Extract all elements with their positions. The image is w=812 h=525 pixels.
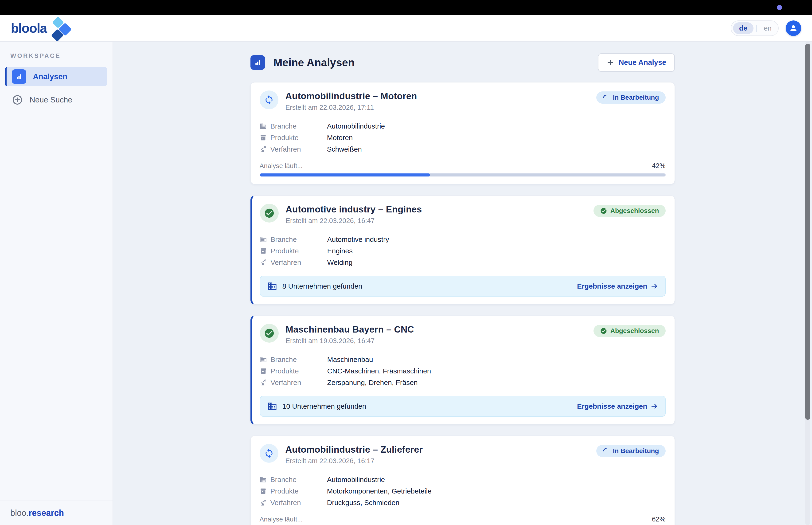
scrollbar-thumb[interactable] [805, 44, 810, 420]
robot-arm-icon [260, 259, 267, 266]
bloola-logo[interactable]: bloola [11, 16, 71, 40]
check-circle-icon [600, 207, 607, 214]
language-toggle: de | en [731, 20, 779, 36]
logo-text: bloola [11, 20, 47, 36]
show-results-label: Ergebnisse anzeigen [577, 282, 647, 290]
recording-indicator-dot [777, 5, 782, 10]
brand-prefix: bloo. [10, 508, 29, 518]
detail-row-verfahren: Verfahren Welding [260, 257, 665, 268]
logo-diamonds-icon [48, 17, 71, 40]
language-divider: | [755, 24, 757, 32]
progress-bar-track [260, 174, 665, 177]
analyses-page-icon [250, 55, 265, 70]
robot-arm-icon [260, 499, 267, 506]
page-title: Meine Analysen [274, 56, 355, 69]
detail-label-text: Produkte [271, 487, 298, 495]
analysis-details: Branche Automotive industry Produkte Eng… [260, 234, 665, 268]
package-icon [260, 368, 267, 375]
status-icon-circle [260, 324, 279, 343]
analysis-card: Maschinenbau Bayern – CNC Erstellt am 19… [250, 316, 675, 424]
detail-label-text: Verfahren [271, 258, 301, 267]
check-circle-icon [264, 328, 275, 339]
user-avatar-button[interactable] [786, 20, 801, 36]
analysis-card: Automobilindustrie – Zulieferer Erstellt… [250, 436, 675, 525]
building-icon [267, 281, 277, 291]
plus-icon [607, 59, 614, 66]
building-icon [260, 236, 267, 243]
analysis-title: Automobilindustrie – Zulieferer [286, 445, 423, 455]
detail-row-verfahren: Verfahren Druckguss, Schmieden [260, 497, 665, 508]
results-summary-bar: 10 Unternehmen gefunden Ergebnisse anzei… [260, 396, 665, 417]
detail-row-produkte: Produkte Motoren [260, 132, 665, 144]
status-badge-label: Abgeschlossen [610, 327, 659, 335]
analysis-list: Automobilindustrie – Motoren Erstellt am… [250, 82, 675, 525]
results-count-text: 10 Unternehmen gefunden [282, 402, 366, 410]
arrow-right-icon [650, 403, 658, 410]
show-results-link[interactable]: Ergebnisse anzeigen [577, 282, 658, 290]
new-analysis-label: Neue Analyse [619, 58, 666, 67]
progress-block: Analyse läuft... 42% [260, 162, 665, 177]
status-badge-label: Abgeschlossen [610, 207, 659, 214]
detail-label-text: Produkte [271, 134, 298, 142]
detail-row-verfahren: Verfahren Zerspanung, Drehen, Fräsen [260, 377, 665, 388]
scrollbar-track[interactable] [805, 42, 810, 525]
status-badge: Abgeschlossen [594, 205, 665, 217]
new-analysis-button[interactable]: Neue Analyse [598, 53, 675, 72]
spinner-icon [603, 448, 610, 454]
check-circle-icon [600, 327, 607, 334]
detail-row-produkte: Produkte Motorkomponenten, Getriebeteile [260, 485, 665, 497]
show-results-label: Ergebnisse anzeigen [577, 402, 647, 410]
detail-row-branche: Branche Maschinenbau [260, 354, 665, 365]
workspace-section-label: WORKSPACE [10, 52, 112, 59]
detail-value-verfahren: Schweißen [327, 145, 362, 153]
detail-row-branche: Branche Automobilindustrie [260, 474, 665, 485]
progress-block: Analyse läuft... 62% [260, 515, 665, 525]
detail-value-branche: Automobilindustrie [327, 122, 385, 130]
building-icon [260, 123, 267, 130]
sidebar-item-neue-suche[interactable]: Neue Suche [5, 92, 107, 107]
detail-label-text: Verfahren [271, 499, 301, 507]
analysis-created-at: Erstellt am 22.03.2026, 16:17 [286, 457, 423, 465]
plus-circle-icon [12, 94, 23, 106]
analysis-details: Branche Automobilindustrie Produkte Moto… [260, 474, 665, 508]
progress-percent: 62% [652, 515, 665, 523]
spinner-icon [603, 94, 610, 101]
bar-chart-icon [254, 58, 262, 67]
results-count-text: 8 Unternehmen gefunden [282, 282, 362, 290]
sidebar-item-label: Analysen [33, 72, 67, 81]
analysis-details: Branche Automobilindustrie Produkte Moto… [260, 120, 665, 155]
show-results-link[interactable]: Ergebnisse anzeigen [577, 402, 658, 410]
detail-value-verfahren: Zerspanung, Drehen, Fräsen [327, 379, 418, 387]
detail-value-produkte: Motorkomponenten, Getriebeteile [327, 487, 432, 495]
language-option-en[interactable]: en [759, 24, 776, 32]
language-option-de[interactable]: de [733, 22, 753, 34]
detail-label-text: Branche [271, 122, 297, 130]
person-icon [789, 24, 798, 33]
bar-chart-icon [12, 69, 26, 84]
status-badge: In Bearbeitung [596, 91, 665, 104]
robot-arm-icon [260, 379, 267, 386]
results-summary-bar: 8 Unternehmen gefunden Ergebnisse anzeig… [260, 276, 665, 297]
status-icon-circle [260, 444, 278, 463]
detail-row-verfahren: Verfahren Schweißen [260, 144, 665, 155]
building-icon [267, 401, 277, 411]
detail-value-verfahren: Welding [327, 258, 353, 267]
analysis-title: Automotive industry – Engines [286, 204, 422, 214]
analysis-details: Branche Maschinenbau Produkte CNC-Maschi… [260, 354, 665, 388]
detail-label-text: Branche [271, 356, 297, 363]
sidebar-footer-brand: bloo.research [0, 500, 112, 525]
detail-value-produkte: Engines [327, 247, 353, 255]
detail-row-produkte: Produkte Engines [260, 245, 665, 257]
detail-value-produkte: Motoren [327, 134, 353, 142]
sync-icon [264, 448, 274, 459]
detail-label-text: Branche [271, 476, 297, 484]
sidebar-item-analysen[interactable]: Analysen [5, 67, 107, 86]
building-icon [260, 356, 267, 363]
detail-row-produkte: Produkte CNC-Maschinen, Fräsmaschinen [260, 365, 665, 377]
arrow-right-icon [650, 283, 658, 290]
sidebar-item-label: Neue Suche [30, 95, 72, 104]
detail-value-produkte: CNC-Maschinen, Fräsmaschinen [327, 367, 431, 375]
status-icon-circle [260, 204, 279, 223]
progress-fill [260, 174, 430, 177]
analysis-created-at: Erstellt am 22.03.2026, 16:47 [286, 217, 422, 225]
